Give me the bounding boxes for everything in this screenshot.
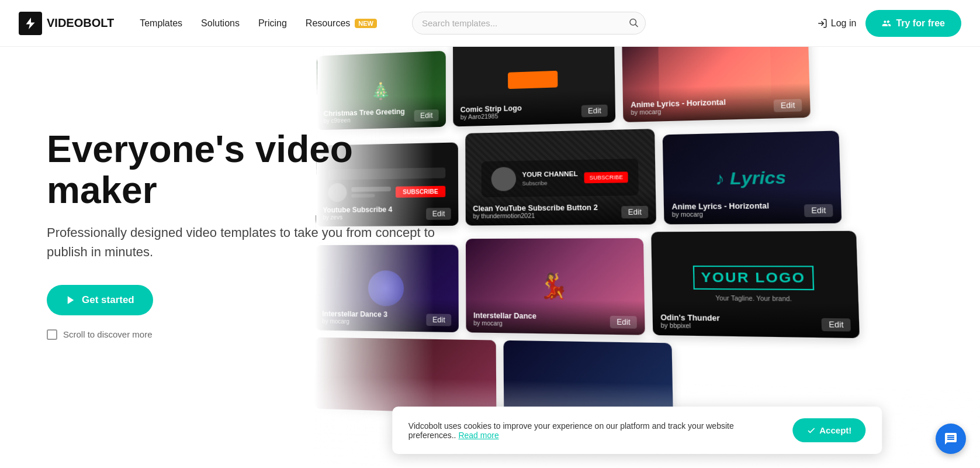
scroll-hint: Scroll to discover more (47, 329, 444, 340)
hero-section: Everyone's video maker Professionally de… (0, 47, 980, 468)
login-button[interactable]: Log in (817, 18, 857, 29)
svg-line-1 (635, 24, 638, 26)
nav-right: Log in Try for free (817, 10, 961, 37)
search-button[interactable] (628, 17, 639, 29)
nav-pricing[interactable]: Pricing (251, 13, 294, 33)
search-icon (628, 17, 639, 27)
edit-button[interactable]: Edit (804, 204, 833, 217)
new-badge: NEW (355, 19, 377, 28)
nav-resources[interactable]: Resources NEW (299, 13, 384, 33)
chat-bubble-button[interactable] (936, 424, 966, 454)
card-comic-strip[interactable]: Comic Strip Logo by Aaro21985 Edit (453, 47, 615, 126)
check-icon (806, 426, 816, 435)
edit-button[interactable]: Edit (822, 318, 851, 332)
add-user-icon (882, 19, 891, 28)
logo-icon (19, 12, 42, 35)
hero-title: Everyone's video maker (47, 129, 444, 211)
edit-button[interactable]: Edit (774, 99, 802, 112)
card-anime-lyrics-top[interactable]: Anime Lyrics - Horizontal by mocarg Edit (622, 47, 811, 122)
logo[interactable]: VIDEOBOLT (19, 12, 114, 35)
cookie-text: Vidcobolt uses cookies to improve your e… (408, 421, 781, 440)
read-more-link[interactable]: Read more (458, 431, 498, 440)
accept-button[interactable]: Accept! (792, 418, 865, 442)
login-icon (817, 18, 827, 29)
nav-templates[interactable]: Templates (133, 13, 189, 33)
search-input[interactable] (412, 12, 646, 35)
card-interstellar-dance[interactable]: 💃 Interstellar Dance by mocarg Edit (466, 238, 645, 335)
play-icon (65, 295, 76, 305)
svg-point-0 (630, 19, 636, 25)
scroll-box-icon (47, 329, 57, 340)
cookie-banner: Vidcobolt uses cookies to improve your e… (392, 407, 882, 454)
hero-text: Everyone's video maker Professionally de… (47, 129, 444, 340)
edit-button[interactable]: Edit (621, 206, 648, 218)
search-container (412, 12, 646, 35)
get-started-button[interactable]: Get started (47, 285, 153, 315)
chat-icon (944, 432, 958, 446)
brand-name: VIDEOBOLT (47, 16, 114, 30)
svg-marker-3 (68, 296, 74, 304)
card-anime-lyrics-2[interactable]: ♪ Lyrics Anime Lyrics - Horizontal by mo… (663, 130, 842, 224)
nav-links: Templates Solutions Pricing Resources NE… (133, 13, 384, 33)
hero-subtitle: Professionally designed video templates … (47, 223, 444, 261)
bolt-icon (23, 16, 37, 30)
try-for-free-button[interactable]: Try for free (865, 10, 961, 37)
scroll-label: Scroll to discover more (63, 329, 153, 339)
edit-button[interactable]: Edit (581, 105, 608, 118)
navbar: VIDEOBOLT Templates Solutions Pricing Re… (0, 0, 980, 47)
edit-button[interactable]: Edit (610, 316, 637, 329)
card-clean-youtube[interactable]: YOUR CHANNEL Subscribe SUBSCRIBE Clean Y… (465, 129, 656, 225)
card-odins-thunder[interactable]: YOUR LOGO Your Tagline. Your brand. Odin… (651, 231, 860, 338)
nav-solutions[interactable]: Solutions (194, 13, 247, 33)
